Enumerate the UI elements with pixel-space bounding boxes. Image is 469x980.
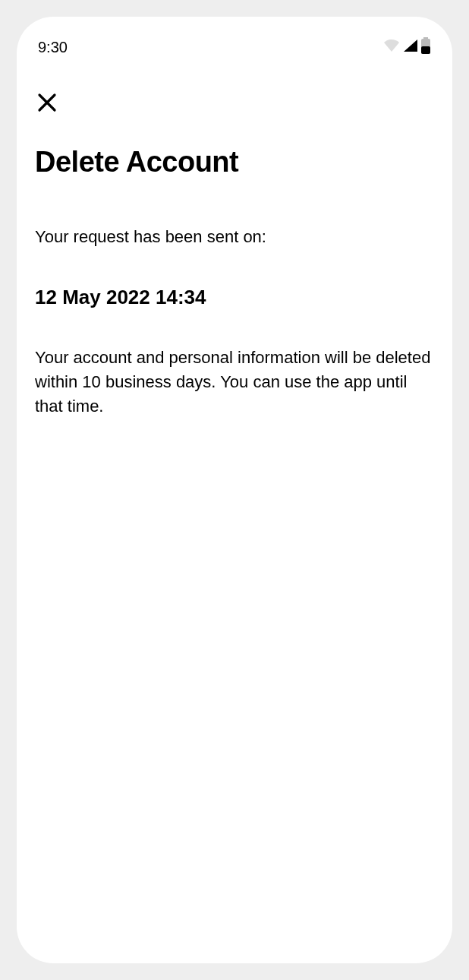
wifi-icon	[382, 38, 401, 56]
status-bar: 9:30	[32, 30, 437, 64]
battery-icon	[420, 37, 431, 57]
close-icon	[37, 93, 57, 115]
status-icons	[382, 37, 431, 57]
body-text: Your account and personal information wi…	[35, 346, 434, 419]
device-frame: 9:30	[17, 17, 452, 963]
svg-rect-2	[421, 46, 430, 54]
close-button[interactable]	[35, 91, 59, 115]
request-datetime: 12 May 2022 14:34	[35, 286, 434, 309]
status-time: 9:30	[38, 39, 68, 56]
svg-rect-0	[423, 37, 428, 39]
content: Delete Account Your request has been sen…	[32, 115, 437, 418]
cellular-icon	[402, 38, 419, 56]
header-row	[32, 64, 437, 115]
page-title: Delete Account	[35, 146, 434, 179]
intro-text: Your request has been sent on:	[35, 226, 434, 249]
